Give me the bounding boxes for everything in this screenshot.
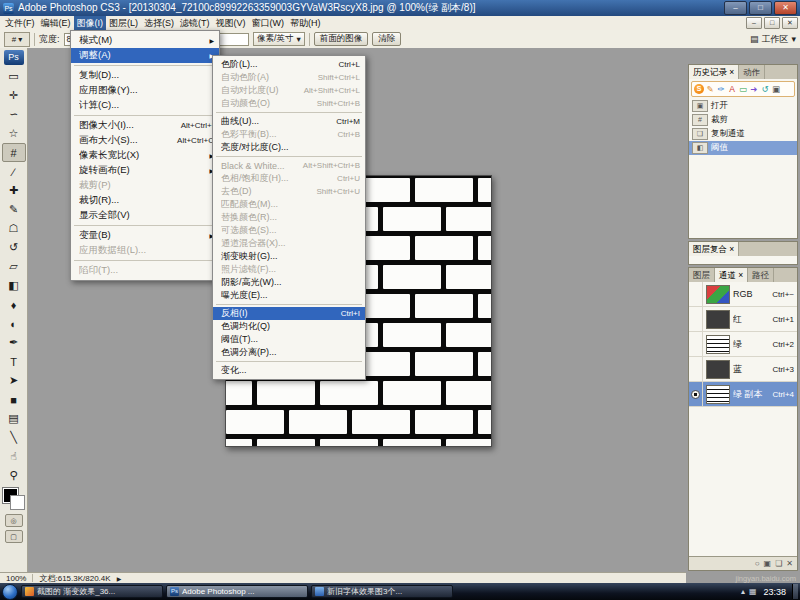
doc-minimize-button[interactable]: – <box>746 17 762 29</box>
zoom-tool[interactable]: ⚲ <box>2 466 26 485</box>
eraser-tool[interactable]: ▱ <box>2 257 26 276</box>
taskbar-button-1[interactable]: PsAdobe Photoshop ... <box>166 585 308 598</box>
front-image-button[interactable]: 前面的图像 <box>314 32 369 46</box>
clone-stamp-tool[interactable]: ☖ <box>2 219 26 238</box>
menu-item-13[interactable]: 显示全部(V) <box>71 208 219 223</box>
capture-undo-icon[interactable]: ↺ <box>760 84 770 94</box>
quick-selection-tool[interactable]: ☆ <box>2 124 26 143</box>
rectangular-marquee-tool[interactable]: ▭ <box>2 67 26 86</box>
capture-brush-icon[interactable]: ✑ <box>716 84 726 94</box>
blur-tool[interactable]: ♦ <box>2 295 26 314</box>
quick-mask-button[interactable]: ◎ <box>5 514 23 527</box>
menu-item-19[interactable]: 曝光度(E)... <box>213 289 365 302</box>
menu-item-15[interactable]: 变量(B)▶ <box>71 228 219 243</box>
visibility-cell[interactable] <box>689 282 703 306</box>
eyedropper-tool[interactable]: ╲ <box>2 428 26 447</box>
menu-item-5[interactable]: 曲线(U)...Ctrl+M <box>213 115 365 128</box>
visibility-cell[interactable] <box>689 332 703 356</box>
menu-item-23[interactable]: 阈值(T)... <box>213 333 365 346</box>
status-flyout-arrow-icon[interactable]: ▶ <box>117 575 122 582</box>
gradient-tool[interactable]: ◧ <box>2 276 26 295</box>
menu-item-12[interactable]: 裁切(R)... <box>71 193 219 208</box>
minimize-button[interactable]: – <box>724 1 747 15</box>
visibility-cell[interactable] <box>689 382 703 406</box>
menu-item-8[interactable]: 画布大小(S)...Alt+Ctrl+C <box>71 133 219 148</box>
doc-close-button[interactable]: ✕ <box>782 17 798 29</box>
hand-tool[interactable]: ☝ <box>2 447 26 466</box>
lasso-tool[interactable]: ∽ <box>2 105 26 124</box>
dodge-tool[interactable]: ◐ <box>2 314 26 333</box>
tab-history-1[interactable]: 动作 <box>739 65 765 79</box>
menubar-item-4[interactable]: 选择(S) <box>141 16 177 30</box>
menubar-item-1[interactable]: 编辑(E) <box>38 16 74 30</box>
save-selection-icon[interactable]: ▣ <box>764 559 772 568</box>
channel-row-0[interactable]: RGBCtrl+~ <box>689 282 797 307</box>
show-desktop-button[interactable] <box>792 584 798 599</box>
menubar-item-3[interactable]: 图层(L) <box>106 16 141 30</box>
tab-channels-2[interactable]: 路径 <box>748 268 774 282</box>
history-brush-tool[interactable]: ↺ <box>2 238 26 257</box>
rectangle-tool[interactable]: ■ <box>2 390 26 409</box>
notes-tool[interactable]: ▤ <box>2 409 26 428</box>
menubar-item-8[interactable]: 帮助(H) <box>287 16 324 30</box>
channel-row-3[interactable]: 蓝Ctrl+3 <box>689 357 797 382</box>
taskbar-button-0[interactable]: 截图的 渐变效果_36... <box>21 585 163 598</box>
tab-channels-1[interactable]: 通道 × <box>715 268 748 282</box>
crop-tool[interactable]: # <box>2 143 26 162</box>
taskbar-button-2[interactable]: 新旧字体效果图3个... <box>311 585 453 598</box>
capture-arrow-icon[interactable]: ➜ <box>749 84 759 94</box>
pen-tool[interactable]: ✒ <box>2 333 26 352</box>
tool-preset-picker[interactable]: # ▾ <box>4 32 30 47</box>
type-tool[interactable]: T <box>2 352 26 371</box>
history-item-2[interactable]: ❏复制通道 <box>689 127 797 141</box>
menu-item-9[interactable]: 像素长宽比(X)▶ <box>71 148 219 163</box>
menubar-item-5[interactable]: 滤镜(T) <box>177 16 213 30</box>
history-item-0[interactable]: ▣打开 <box>689 99 797 113</box>
capture-pencil-icon[interactable]: ✎ <box>705 84 715 94</box>
spot-healing-brush-tool[interactable]: ✚ <box>2 181 26 200</box>
menu-item-7[interactable]: 图像大小(I)...Alt+Ctrl+I <box>71 118 219 133</box>
channel-row-2[interactable]: 绿Ctrl+2 <box>689 332 797 357</box>
menu-item-16[interactable]: 渐变映射(G)... <box>213 250 365 263</box>
menubar-item-2[interactable]: 图像(I) <box>74 16 107 30</box>
menu-item-26[interactable]: 变化... <box>213 364 365 377</box>
screenshot-capture-toolbar[interactable]: S✎✑A▭➜↺▣ <box>691 81 795 97</box>
tab-channels-0[interactable]: 图层 <box>689 268 715 282</box>
capture-text-icon[interactable]: A <box>727 84 737 94</box>
menu-item-21[interactable]: 反相(I)Ctrl+I <box>213 307 365 320</box>
menu-item-7[interactable]: 亮度/对比度(C)... <box>213 141 365 154</box>
load-selection-icon[interactable]: ○ <box>755 559 760 568</box>
menu-item-0[interactable]: 模式(M)▶ <box>71 33 219 48</box>
color-swatches[interactable] <box>2 487 26 511</box>
capture-save-icon[interactable]: ▣ <box>771 84 781 94</box>
menu-item-18[interactable]: 阴影/高光(W)... <box>213 276 365 289</box>
visibility-cell[interactable] <box>689 307 703 331</box>
move-tool[interactable]: ✛ <box>2 86 26 105</box>
slice-tool[interactable]: ∕ <box>2 162 26 181</box>
clear-button[interactable]: 清除 <box>372 32 401 46</box>
menu-item-5[interactable]: 计算(C)... <box>71 98 219 113</box>
menubar-item-6[interactable]: 视图(V) <box>213 16 249 30</box>
visibility-cell[interactable] <box>689 357 703 381</box>
tray-ime-icon[interactable]: ▦ <box>749 587 757 596</box>
resolution-units-select[interactable]: 像素/英寸 ▾ <box>253 32 305 46</box>
menubar-item-0[interactable]: 文件(F) <box>2 16 38 30</box>
menu-item-3[interactable]: 复制(D)... <box>71 68 219 83</box>
tab-history-0[interactable]: 历史记录 × <box>689 65 739 79</box>
tray-expand-icon[interactable]: ▴ <box>741 587 745 596</box>
taskbar-clock[interactable]: 23:38 <box>760 587 789 597</box>
history-item-1[interactable]: #裁剪 <box>689 113 797 127</box>
menu-item-22[interactable]: 色调均化(Q) <box>213 320 365 333</box>
new-channel-icon[interactable]: ❏ <box>775 559 782 568</box>
zoom-field[interactable]: 100% <box>6 574 26 583</box>
channel-row-4[interactable]: 绿 副本Ctrl+4 <box>689 382 797 407</box>
capture-rect-icon[interactable]: ▭ <box>738 84 748 94</box>
close-button[interactable]: ✕ <box>774 1 797 15</box>
menu-item-4[interactable]: 应用图像(Y)... <box>71 83 219 98</box>
workspace-switcher[interactable]: ▤ 工作区 ▾ <box>750 33 796 46</box>
tab-layer-comps[interactable]: 图层复合 × <box>689 242 739 256</box>
screen-mode-button[interactable]: ▢ <box>5 530 23 543</box>
menubar-item-7[interactable]: 窗口(W) <box>249 16 288 30</box>
channel-row-1[interactable]: 红Ctrl+1 <box>689 307 797 332</box>
doc-restore-button[interactable]: □ <box>764 17 780 29</box>
